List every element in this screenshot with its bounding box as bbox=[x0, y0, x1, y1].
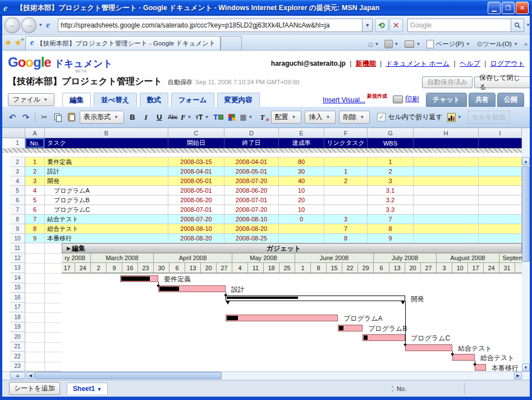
history-dropdown-icon[interactable]: ▼ bbox=[38, 22, 43, 28]
action-button-2[interactable]: 公開 bbox=[497, 93, 524, 107]
refresh-button[interactable]: ⟲ bbox=[375, 19, 388, 32]
cell-r2c5[interactable] bbox=[324, 157, 368, 167]
cell-r3c6[interactable]: 2 bbox=[368, 167, 414, 176]
row-number-4[interactable]: 4 bbox=[10, 176, 25, 186]
cell-r8c3[interactable]: 2008-08-10 bbox=[224, 215, 279, 224]
insert-visual-link[interactable]: Insert Visual... bbox=[323, 96, 365, 104]
cell-r7c3[interactable]: 2008-07-20 bbox=[224, 205, 279, 215]
help-link[interactable]: ヘルプ bbox=[460, 60, 480, 67]
strikethrough-button[interactable]: Abc bbox=[167, 112, 178, 123]
close-button[interactable]: ✕ bbox=[516, 2, 529, 14]
row-number-13[interactable]: 13 bbox=[10, 263, 25, 273]
row-number-15[interactable]: 15 bbox=[10, 283, 25, 293]
chart-icon[interactable]: ▼ bbox=[447, 112, 464, 123]
status-collapse-handle[interactable]: ›‹ bbox=[392, 385, 393, 393]
minimize-button[interactable]: ▁ bbox=[488, 2, 501, 14]
cell-r3c0[interactable]: 2 bbox=[25, 167, 45, 176]
cell-r10c3[interactable]: 2008-08-25 bbox=[224, 234, 279, 243]
delete-button[interactable]: 削除▼ bbox=[339, 111, 370, 124]
row-number-10[interactable]: 10 bbox=[10, 234, 25, 243]
cell-r2c6[interactable]: 1 bbox=[368, 157, 414, 167]
page-menu[interactable]: ページ(P) bbox=[435, 40, 464, 48]
cell-r10c1[interactable]: 本番移行 bbox=[45, 234, 168, 243]
scroll-left-button[interactable]: ◀ bbox=[26, 372, 34, 379]
cell-r3c4[interactable]: 30 bbox=[279, 167, 324, 176]
restore-button[interactable]: ❐ bbox=[502, 2, 515, 14]
page-dropdown-icon[interactable]: ▼ bbox=[466, 42, 470, 47]
forward-button[interactable]: → bbox=[21, 17, 37, 33]
copy-icon[interactable] bbox=[52, 112, 63, 123]
print-dropdown-icon[interactable]: ▼ bbox=[416, 42, 420, 47]
column-header-D[interactable]: D bbox=[224, 128, 279, 138]
hscroll-thumb[interactable] bbox=[35, 372, 222, 379]
row-number-3[interactable]: 3 bbox=[10, 167, 25, 176]
file-menu-button[interactable]: ファイル▼ bbox=[8, 93, 54, 106]
row-number-22[interactable]: 22 bbox=[10, 352, 25, 362]
cell-r2c0[interactable]: 1 bbox=[25, 157, 45, 167]
cell-r7c5[interactable] bbox=[324, 205, 368, 215]
row-number-20[interactable]: 20 bbox=[10, 332, 25, 342]
font-button[interactable]: F▼ bbox=[181, 112, 194, 123]
italic-button[interactable]: I bbox=[140, 112, 152, 123]
new-features-link[interactable]: 新機能 bbox=[356, 60, 376, 67]
search-icon[interactable] bbox=[511, 19, 524, 32]
cell-r3c5[interactable]: 1 bbox=[324, 167, 368, 176]
cell-r7c6[interactable]: 3.3 bbox=[368, 205, 414, 215]
redo-icon[interactable]: ↷ bbox=[20, 112, 31, 123]
gadget-header[interactable]: ▶ 編集 ガジェット bbox=[62, 243, 522, 253]
cell-r3c7[interactable] bbox=[414, 167, 479, 176]
browser-tab[interactable]: e 【技術本部】プロジェクト管理シート - Google ドキュメント bbox=[25, 36, 221, 50]
row-number-8[interactable]: 8 bbox=[10, 215, 25, 224]
cell-r10c4[interactable] bbox=[279, 234, 324, 243]
cell-r6c8[interactable] bbox=[479, 196, 522, 205]
overflow-chevron[interactable]: » bbox=[524, 40, 528, 47]
cell-r4c6[interactable]: 3 bbox=[368, 176, 414, 186]
cell-r2c8[interactable] bbox=[479, 157, 522, 167]
home-dropdown-icon[interactable]: ▼ bbox=[375, 42, 379, 47]
cell-r4c7[interactable] bbox=[414, 176, 479, 186]
cell-r2c7[interactable] bbox=[414, 157, 479, 167]
add-row-button[interactable]: + bbox=[10, 372, 25, 379]
address-input[interactable]: http://spreadsheets.google.com/a/saterai… bbox=[58, 19, 363, 32]
row-number-14[interactable]: 14 bbox=[10, 273, 25, 283]
menu-tab-4[interactable]: 変更内容 bbox=[217, 93, 260, 107]
vscroll-thumb[interactable] bbox=[522, 166, 530, 262]
print-icon2[interactable] bbox=[393, 96, 403, 103]
row-number-7[interactable]: 7 bbox=[10, 205, 25, 215]
cell-r5c5[interactable] bbox=[324, 186, 368, 196]
row-number-21[interactable]: 21 bbox=[10, 342, 25, 352]
cell-r9c2[interactable]: 2008-08-10 bbox=[168, 224, 224, 234]
cell-r9c1[interactable]: 総合テスト bbox=[45, 224, 168, 234]
font-size-button[interactable]: тT▼ bbox=[196, 112, 211, 123]
header-cell[interactable]: 終了日 bbox=[224, 138, 279, 148]
cell-r6c6[interactable]: 3.2 bbox=[368, 196, 414, 205]
borders-button[interactable]: ▦▼ bbox=[240, 112, 254, 123]
new-tab-stub[interactable] bbox=[221, 36, 242, 50]
align-button[interactable]: 配置▼ bbox=[271, 111, 302, 124]
row-number-6[interactable]: 6 bbox=[10, 196, 25, 205]
cell-r4c3[interactable]: 2008-07-20 bbox=[224, 176, 279, 186]
cell-r10c0[interactable]: 9 bbox=[25, 234, 45, 243]
text-color-button[interactable]: T bbox=[213, 112, 224, 123]
cell-r8c6[interactable]: 7 bbox=[368, 215, 414, 224]
cell-r8c4[interactable]: 0 bbox=[279, 215, 324, 224]
cell-r9c5[interactable]: 7 bbox=[324, 224, 368, 234]
cell-r10c5[interactable]: 8 bbox=[324, 234, 368, 243]
cell-r4c1[interactable]: 開発 bbox=[45, 176, 168, 186]
cell-r10c6[interactable]: 9 bbox=[368, 234, 414, 243]
cell-r5c8[interactable] bbox=[479, 186, 522, 196]
cell-r2c4[interactable]: 80 bbox=[279, 157, 324, 167]
cell-r6c2[interactable]: 2008-06-20 bbox=[168, 196, 224, 205]
cell-r5c1[interactable]: プログラムA bbox=[45, 186, 168, 196]
cell-r7c0[interactable]: 6 bbox=[25, 205, 45, 215]
column-header-G[interactable]: G bbox=[368, 128, 414, 138]
bold-button[interactable]: B bbox=[127, 112, 138, 123]
docs-home-link[interactable]: ドキュメント ホーム bbox=[386, 60, 450, 67]
cell-r2c1[interactable]: 要件定義 bbox=[45, 157, 168, 167]
frozen-row-divider[interactable] bbox=[2, 148, 522, 153]
cell-r6c4[interactable]: 20 bbox=[279, 196, 324, 205]
row-number-19[interactable]: 19 bbox=[10, 322, 25, 333]
cell-r9c8[interactable] bbox=[479, 224, 522, 234]
cell-r8c8[interactable] bbox=[479, 215, 522, 224]
menu-tab-2[interactable]: 数式 bbox=[140, 93, 168, 107]
